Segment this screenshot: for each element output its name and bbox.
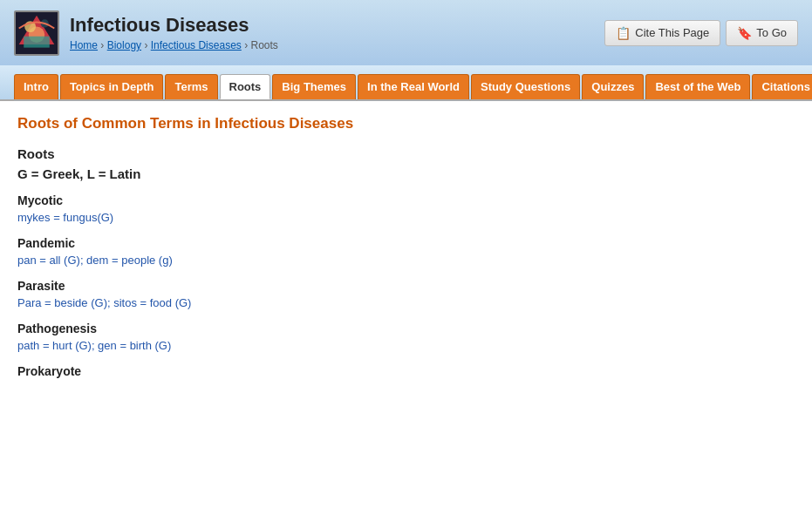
nav-tab-citations[interactable]: Citations — [752, 74, 812, 99]
cite-label: Cite This Page — [635, 26, 709, 39]
roots-section-header: Roots — [17, 146, 795, 161]
term-header-1: Pandemic — [17, 236, 795, 250]
nav-tabs: IntroTopics in DepthTermsRootsBig Themes… — [14, 74, 812, 99]
nav-tab-roots[interactable]: Roots — [220, 74, 271, 99]
breadcrumb-current: Roots — [251, 39, 278, 51]
header-left: Infectious Diseases Home › Biology › Inf… — [14, 10, 278, 56]
nav-tab-best-of-the-web[interactable]: Best of the Web — [645, 74, 750, 99]
breadcrumb-section[interactable]: Infectious Diseases — [151, 39, 242, 51]
term-header-2: Parasite — [17, 279, 795, 293]
header: Infectious Diseases Home › Biology › Inf… — [0, 0, 812, 65]
svg-rect-3 — [24, 36, 50, 47]
term-body-3: path = hurt (G); gen = birth (G) — [17, 339, 795, 352]
term-body-2: Para = beside (G); sitos = food (G) — [17, 296, 795, 309]
term-body-0: mykes = fungus(G) — [17, 211, 795, 224]
breadcrumb-home[interactable]: Home — [70, 39, 98, 51]
term-section-3: Pathogenesispath = hurt (G); gen = birth… — [17, 322, 795, 352]
breadcrumb-biology[interactable]: Biology — [107, 39, 141, 51]
page-title: Infectious Diseases — [70, 14, 278, 37]
roots-formula: G = Greek, L = Latin — [17, 166, 795, 181]
logo — [14, 10, 59, 56]
term-header-4: Prokaryote — [17, 364, 795, 378]
togo-label: To Go — [756, 26, 787, 39]
nav-tab-intro[interactable]: Intro — [14, 74, 58, 99]
nav-tab-big-themes[interactable]: Big Themes — [272, 74, 356, 99]
togo-icon: 🔖 — [737, 26, 752, 40]
nav-bar: IntroTopics in DepthTermsRootsBig Themes… — [0, 65, 812, 99]
breadcrumb: Home › Biology › Infectious Diseases › R… — [70, 39, 278, 51]
terms-container: Mycoticmykes = fungus(G)Pandemicpan = al… — [17, 193, 795, 378]
nav-tab-terms[interactable]: Terms — [165, 74, 217, 99]
to-go-button[interactable]: 🔖 To Go — [726, 20, 798, 46]
content-area: Roots of Common Terms in Infectious Dise… — [0, 99, 812, 404]
term-section-0: Mycoticmykes = fungus(G) — [17, 193, 795, 224]
term-section-2: ParasitePara = beside (G); sitos = food … — [17, 279, 795, 309]
content-page-title: Roots of Common Terms in Infectious Dise… — [17, 115, 795, 132]
nav-tab-in-the-real-world[interactable]: In the Real World — [358, 74, 469, 99]
term-header-0: Mycotic — [17, 193, 795, 207]
nav-tab-study-questions[interactable]: Study Questions — [471, 74, 580, 99]
term-section-4: Prokaryote — [17, 364, 795, 378]
cite-icon: 📋 — [616, 26, 631, 40]
term-body-1: pan = all (G); dem = people (g) — [17, 254, 795, 267]
nav-tab-quizzes[interactable]: Quizzes — [582, 74, 644, 99]
nav-tab-topics-in-depth[interactable]: Topics in Depth — [60, 74, 164, 99]
cite-this-page-button[interactable]: 📋 Cite This Page — [604, 20, 720, 46]
header-buttons: 📋 Cite This Page 🔖 To Go — [604, 20, 798, 46]
term-section-1: Pandemicpan = all (G); dem = people (g) — [17, 236, 795, 267]
header-title-area: Infectious Diseases Home › Biology › Inf… — [70, 14, 278, 51]
term-header-3: Pathogenesis — [17, 322, 795, 335]
